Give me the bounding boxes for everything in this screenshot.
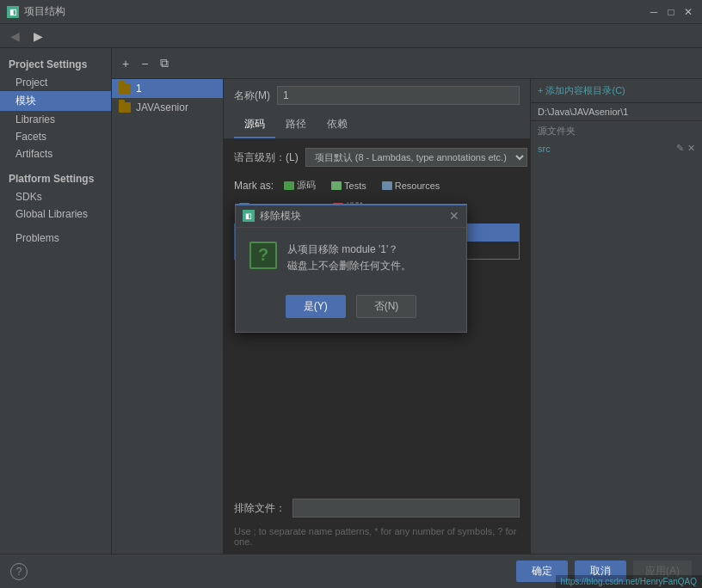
dialog-message-line2: 磁盘上不会删除任何文件。 [287,258,411,274]
name-row: 名称(M) [224,79,530,112]
module-name-1: 1 [136,83,142,95]
dialog-message: 从项目移除 module '1'？ 磁盘上不会删除任何文件。 [287,242,411,274]
right-panel-header: + 添加内容根目录(C) [531,79,702,103]
sidebar-item-problems[interactable]: Problems [0,230,111,247]
sidebar-item-facets[interactable]: Facets [0,128,111,145]
mark-sources-button[interactable]: 源码 [279,177,321,193]
module-list: 1 JAVAsenior [112,79,224,554]
sidebar-item-modules[interactable]: 模块 [0,91,111,111]
sidebar-item-libraries[interactable]: Libraries [0,111,111,128]
name-input[interactable] [277,86,520,105]
module-name-javasenior: JAVAsenior [136,101,188,113]
maximize-button[interactable]: □ [664,5,678,19]
right-panel-path: D:\Java\JAVAsenior\1 [531,103,702,121]
close-button[interactable]: ✕ [681,5,695,19]
name-label: 名称(M) [234,89,270,103]
remove-module-dialog: ◧ 移除模块 ✕ ? 从项目移除 module '1'？ 磁盘上不会删除任何文件… [235,204,467,333]
module-list-item-1[interactable]: 1 [112,79,223,98]
sidebar-item-global-libraries[interactable]: Global Libraries [0,205,111,223]
dialog-yes-button[interactable]: 是(Y) [286,295,346,318]
sidebar-section-project-settings: Project Settings [0,55,111,74]
dialog-no-button[interactable]: 否(N) [356,295,417,318]
tab-source[interactable]: 源码 [234,112,275,138]
tab-deps[interactable]: 依赖 [317,112,358,138]
window-controls: ─ □ ✕ [647,5,695,19]
exclude-row: 排除文件： [224,492,530,524]
sidebar-item-project[interactable]: Project [0,74,111,91]
resources-color [382,181,392,190]
tests-label: Tests [344,181,366,191]
forward-button[interactable]: ▶ [30,28,46,45]
dialog-title-bar: ◧ 移除模块 ✕ [236,205,466,228]
exclude-label: 排除文件： [234,501,286,516]
title-bar: ◧ 项目结构 ─ □ ✕ [0,0,702,24]
remove-module-button[interactable]: − [138,55,151,72]
tabs-bar: 源码 路径 依赖 [224,112,530,139]
dialog-footer: 是(Y) 否(N) [236,288,466,332]
add-content-root-button[interactable]: + 添加内容根目录(C) [538,84,625,97]
right-panel-folder-item: src ✎ ✕ [531,141,702,156]
folder-icon-1 [119,83,131,94]
folder-icon-javasenior [119,102,131,113]
nav-bar: ◀ ▶ [0,24,702,48]
copy-module-button[interactable]: ⧉ [157,54,172,72]
folder-actions: ✎ ✕ [676,143,695,154]
tab-path[interactable]: 路径 [275,112,317,138]
minimize-button[interactable]: ─ [647,5,661,19]
app-icon: ◧ [7,6,19,18]
mark-resources-button[interactable]: Resources [377,179,446,193]
exclude-hint: Use ; to separate name patterns, * for a… [224,524,530,554]
language-select[interactable]: 项目默认 (8 - Lambdas, type annotations etc.… [305,148,527,167]
mark-tests-button[interactable]: Tests [326,179,372,193]
delete-folder-button[interactable]: ✕ [687,143,695,154]
sidebar-section-platform-settings: Platform Settings [0,169,111,188]
dialog-message-line1: 从项目移除 module '1'？ [287,242,411,258]
language-label: 语言级别：(L) [234,150,299,165]
right-panel: + 添加内容根目录(C) D:\Java\JAVAsenior\1 源文件夹 s… [530,79,702,554]
add-module-button[interactable]: + [119,55,132,72]
exclude-input[interactable] [292,499,520,518]
source-folder-name: src [538,144,551,154]
help-button[interactable]: ? [10,563,28,580]
sidebar: Project Settings Project 模块 Libraries Fa… [0,48,112,554]
back-button[interactable]: ◀ [7,28,23,45]
dialog-question-icon: ? [249,242,277,269]
resources-label: Resources [395,181,440,191]
mark-as-label: Mark as: [234,180,274,192]
bottom-left: ? [10,563,28,580]
dialog-body: ? 从项目移除 module '1'？ 磁盘上不会删除任何文件。 [236,228,466,288]
dialog-icon: ◧ [243,210,255,222]
sources-color [284,181,294,190]
module-toolbar: + − ⧉ [112,48,702,79]
language-row: 语言级别：(L) 项目默认 (8 - Lambdas, type annotat… [234,148,520,167]
url-watermark: https://blog.csdn.net/HenryFanQAQ [556,575,702,588]
sources-label: 源码 [297,179,316,192]
dialog-close-button[interactable]: ✕ [449,209,459,223]
dialog-title: 移除模块 [260,209,449,224]
sidebar-item-artifacts[interactable]: Artifacts [0,145,111,162]
right-panel-folder-title: 源文件夹 [531,121,702,141]
edit-folder-button[interactable]: ✎ [676,143,684,154]
window-title: 项目结构 [24,4,647,19]
module-list-item-javasenior[interactable]: JAVAsenior [112,98,223,117]
tests-color [331,181,342,190]
sidebar-item-sdks[interactable]: SDKs [0,188,111,205]
